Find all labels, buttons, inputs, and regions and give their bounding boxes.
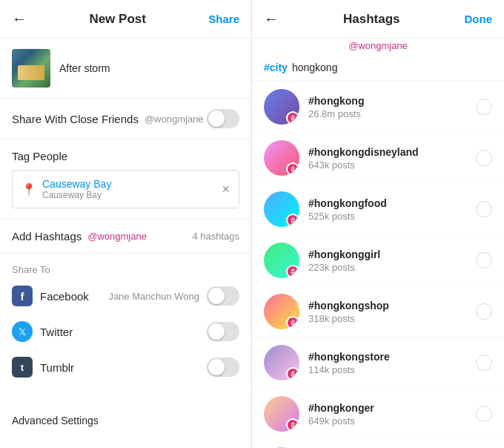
- hashtag-badge: #: [286, 111, 299, 125]
- close-friends-section: Share With Close Friends @wongmjane: [0, 99, 251, 139]
- tumblr-icon: t: [12, 357, 33, 378]
- hashtag-name: #hongkongfood: [308, 197, 476, 209]
- hashtag-posts: 649k posts: [308, 415, 476, 426]
- hashtag-list-item[interactable]: # #hongkongshop 318k posts: [252, 286, 504, 337]
- tag-people-section: Tag People 📍 Causeway Bay Causeway Bay ×: [0, 139, 251, 220]
- hashtag-name: #hongkong: [308, 95, 476, 107]
- hashtag-name: #hongkongshop: [308, 300, 476, 312]
- location-name: Causeway Bay: [42, 178, 222, 190]
- post-preview: After storm: [0, 39, 251, 99]
- hashtag-badge: #: [286, 316, 299, 329]
- hashtag-badge: #: [286, 418, 299, 432]
- location-sub: Causeway Bay: [42, 190, 222, 200]
- left-header: ← New Post Share: [0, 0, 251, 39]
- hashtag-list-item[interactable]: # #hongkongdisneyland 643k posts: [252, 133, 504, 184]
- hashtag-info: #hongkongdisneyland 643k posts: [308, 146, 476, 171]
- hashtag-radio[interactable]: [476, 406, 492, 422]
- hashtag-posts: 643k posts: [308, 159, 476, 171]
- back-arrow-icon: ←: [12, 10, 27, 27]
- hashtags-label: Add Hashtags: [12, 230, 82, 243]
- share-to-section: Share To f Facebook Jane Manchun Wong 𝕏 …: [0, 254, 251, 403]
- done-button[interactable]: Done: [465, 13, 493, 25]
- location-box[interactable]: 📍 Causeway Bay Causeway Bay ×: [12, 170, 239, 208]
- hashtag-avatar: #: [264, 396, 299, 432]
- hashtag-info: #hongkong 26.8m posts: [308, 95, 476, 119]
- twitter-icon: 𝕏: [12, 321, 33, 342]
- toggle-knob: [208, 288, 225, 304]
- hashtag-radio[interactable]: [476, 150, 492, 166]
- page-title: New Post: [89, 12, 146, 27]
- hashtags-section[interactable]: Add Hashtags @wongmjane 4 hashtags: [0, 220, 251, 254]
- close-friends-username: @wongmjane: [145, 113, 204, 125]
- hashtag-list-item[interactable]: # #hongkong🇨🇳 113k posts: [252, 440, 504, 448]
- hashtag-badge: #: [286, 265, 299, 278]
- location-text: Causeway Bay Causeway Bay: [42, 178, 222, 200]
- hashtag-info: #hongkonger 649k posts: [308, 402, 476, 426]
- hashtag-posts: 114k posts: [308, 364, 476, 375]
- facebook-share-right: Jane Manchun Wong: [108, 286, 239, 306]
- close-friends-toggle[interactable]: [207, 109, 239, 128]
- advanced-settings[interactable]: Advanced Settings: [0, 403, 251, 438]
- back-button[interactable]: ←: [12, 10, 27, 27]
- hashtag-list-item[interactable]: # #hongkonggirl 223k posts: [252, 235, 504, 286]
- back-arrow-icon: ←: [264, 10, 279, 27]
- left-panel: ← New Post Share After storm Share With …: [0, 0, 252, 448]
- hashtag-info: #hongkongshop 318k posts: [308, 300, 476, 324]
- hashtag-radio[interactable]: [476, 252, 492, 269]
- tumblr-toggle[interactable]: [207, 358, 239, 377]
- right-header: ← Hashtags Done: [252, 0, 504, 39]
- hashtags-back-button[interactable]: ←: [264, 10, 279, 27]
- post-caption: After storm: [59, 62, 110, 74]
- facebook-share-left: f Facebook: [12, 286, 89, 306]
- hashtag-list-item[interactable]: # #hongkongstore 114k posts: [252, 337, 504, 389]
- facebook-toggle[interactable]: [207, 286, 239, 306]
- hashtags-username: @wongmjane: [87, 231, 147, 242]
- hashtag-badge: #: [286, 367, 299, 381]
- hashtag-search-bar: #city: [252, 57, 504, 82]
- share-to-title: Share To: [12, 264, 239, 275]
- share-button[interactable]: Share: [208, 13, 239, 25]
- tumblr-label: Tumblr: [40, 361, 74, 374]
- facebook-name-wrap: Facebook: [40, 290, 89, 303]
- toggle-knob: [208, 323, 225, 340]
- hashtag-posts: 525k posts: [308, 211, 476, 222]
- hashtag-name: #hongkongdisneyland: [308, 146, 476, 158]
- twitter-label: Twitter: [40, 326, 73, 338]
- close-friends-label: Share With Close Friends: [12, 113, 139, 125]
- hashtag-avatar: #: [264, 243, 299, 278]
- hashtag-radio[interactable]: [476, 99, 492, 115]
- hashtag-avatar: #: [264, 294, 299, 329]
- hashtag-search-input[interactable]: [292, 62, 492, 73]
- hashtag-name: #hongkongstore: [308, 351, 476, 363]
- hashtag-list-item[interactable]: # #hongkongfood 525k posts: [252, 184, 504, 235]
- location-close-icon[interactable]: ×: [222, 182, 230, 197]
- hashtag-radio[interactable]: [476, 355, 492, 371]
- hashtag-name: #hongkonger: [308, 402, 476, 414]
- hashtag-avatar: #: [264, 89, 299, 125]
- location-icon: 📍: [21, 182, 36, 197]
- hashtag-info: #hongkonggirl 223k posts: [308, 248, 476, 273]
- toggle-knob: [208, 359, 225, 375]
- post-thumbnail: [12, 49, 50, 88]
- hashtag-radio[interactable]: [476, 303, 492, 320]
- hashtag-radio[interactable]: [476, 201, 492, 217]
- twitter-share-left: 𝕏 Twitter: [12, 321, 73, 342]
- twitter-toggle[interactable]: [207, 322, 239, 341]
- hashtag-list: # #hongkong 26.8m posts # #hongkongdisne…: [252, 82, 504, 448]
- hashtag-name: #hongkonggirl: [308, 248, 476, 260]
- facebook-share-item: f Facebook Jane Manchun Wong: [12, 286, 239, 306]
- tumblr-share-item: t Tumblr: [12, 357, 239, 378]
- hashtag-posts: 26.8m posts: [308, 108, 476, 119]
- hashtags-username: @wongmjane: [252, 39, 504, 57]
- hashtags-count: 4 hashtags: [192, 231, 239, 242]
- hashtag-posts: 318k posts: [308, 313, 476, 324]
- hashtag-info: #hongkongstore 114k posts: [308, 351, 476, 375]
- hashtags-title: Hashtags: [343, 12, 400, 27]
- right-panel: ← Hashtags Done @wongmjane #city # #hong…: [252, 0, 504, 448]
- hashtag-list-item[interactable]: # #hongkong 26.8m posts: [252, 82, 504, 133]
- hashtag-badge: #: [286, 214, 299, 227]
- hashtag-badge: #: [286, 162, 299, 176]
- hashtag-list-item[interactable]: # #hongkonger 649k posts: [252, 389, 504, 440]
- hashtag-posts: 223k posts: [308, 262, 476, 273]
- hashtags-left: Add Hashtags @wongmjane: [12, 230, 147, 243]
